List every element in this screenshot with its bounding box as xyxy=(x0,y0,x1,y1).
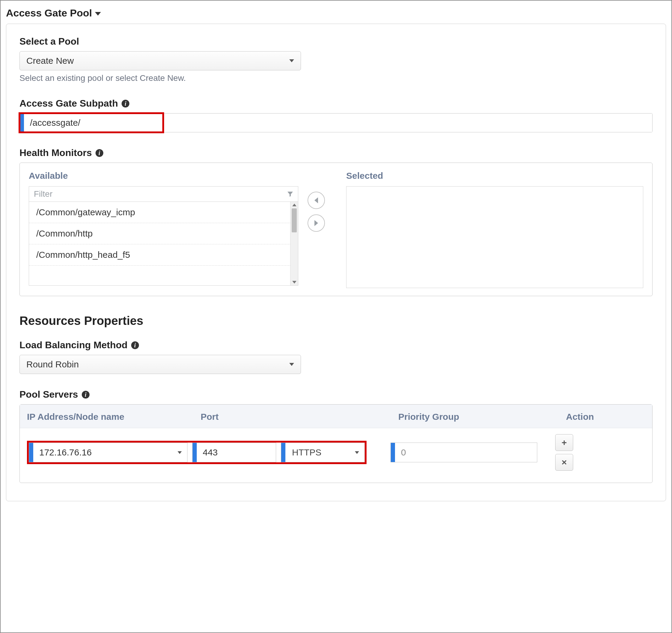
section-title: Access Gate Pool xyxy=(6,7,92,19)
filter-icon[interactable] xyxy=(287,190,294,198)
priority-input[interactable] xyxy=(395,443,537,462)
lb-method-dropdown[interactable]: Round Robin xyxy=(20,355,301,374)
th-port: Port xyxy=(201,412,398,422)
move-right-button[interactable] xyxy=(308,214,325,232)
triangle-left-icon xyxy=(314,197,318,203)
triangle-right-icon xyxy=(314,220,318,226)
table-row: HTTPS + × xyxy=(20,428,652,483)
th-priority: Priority Group xyxy=(398,412,566,422)
select-pool-label: Select a Pool xyxy=(20,36,652,47)
label-text: Health Monitors xyxy=(20,147,92,159)
label-text: Load Balancing Method xyxy=(20,340,127,351)
select-pool-dropdown[interactable]: Create New xyxy=(20,51,301,70)
pool-servers-label: Pool Servers i xyxy=(20,389,652,400)
scroll-down-icon xyxy=(292,281,296,284)
section-header[interactable]: Access Gate Pool xyxy=(6,7,666,19)
list-item[interactable]: /Common/http xyxy=(29,223,298,244)
chevron-down-icon[interactable] xyxy=(177,451,182,454)
list-item[interactable]: /Common/http_head_f5 xyxy=(29,244,298,266)
required-bar xyxy=(391,443,395,462)
label-text: Select a Pool xyxy=(20,36,79,47)
table-header-row: IP Address/Node name Port Priority Group… xyxy=(20,405,652,428)
pool-servers-table: IP Address/Node name Port Priority Group… xyxy=(20,404,652,483)
select-pool-helper: Select an existing pool or select Create… xyxy=(20,73,652,83)
scroll-up-icon xyxy=(292,203,296,206)
chevron-down-icon xyxy=(355,451,359,454)
chevron-down-icon xyxy=(289,59,294,62)
scrollbar[interactable] xyxy=(290,202,298,285)
lb-method-value: Round Robin xyxy=(26,359,79,369)
info-icon[interactable]: i xyxy=(131,341,139,349)
th-ip: IP Address/Node name xyxy=(27,412,201,422)
move-buttons xyxy=(298,192,334,232)
action-buttons: + × xyxy=(555,434,573,471)
move-left-button[interactable] xyxy=(308,192,325,209)
th-action: Action xyxy=(566,412,645,422)
config-panel: Access Gate Pool Select a Pool Create Ne… xyxy=(0,0,672,633)
panel-body: Select a Pool Create New Select an exist… xyxy=(6,24,666,501)
available-list: /Common/gateway_icmp /Common/http /Commo… xyxy=(29,202,298,286)
selected-list[interactable] xyxy=(346,186,643,288)
available-column: Available /Common/gateway_icmp /Common/h… xyxy=(29,171,298,286)
selected-column: Selected xyxy=(346,171,643,288)
remove-row-button[interactable]: × xyxy=(555,454,573,471)
chevron-down-icon xyxy=(289,363,294,366)
health-monitors-label: Health Monitors i xyxy=(20,147,652,159)
info-icon[interactable]: i xyxy=(122,100,129,107)
list-item[interactable]: /Common/gateway_icmp xyxy=(29,202,298,223)
required-bar xyxy=(20,114,24,132)
lb-method-label: Load Balancing Method i xyxy=(20,340,652,351)
filter-input[interactable] xyxy=(33,189,287,199)
available-title: Available xyxy=(29,171,298,181)
highlight-group: HTTPS xyxy=(27,441,366,464)
required-bar xyxy=(29,443,33,462)
caret-down-icon xyxy=(95,12,101,16)
info-icon[interactable]: i xyxy=(96,149,103,157)
protocol-value: HTTPS xyxy=(285,443,355,462)
ip-cell xyxy=(29,443,188,462)
subpath-input[interactable] xyxy=(24,114,652,132)
port-input[interactable] xyxy=(197,443,276,462)
subpath-input-wrap xyxy=(20,113,652,132)
info-icon[interactable]: i xyxy=(82,391,90,398)
required-bar xyxy=(193,443,197,462)
required-bar xyxy=(281,443,285,462)
resources-heading: Resources Properties xyxy=(20,314,652,327)
selected-title: Selected xyxy=(346,171,643,181)
priority-cell xyxy=(390,443,537,462)
label-text: Pool Servers xyxy=(20,389,78,400)
protocol-cell[interactable]: HTTPS xyxy=(281,443,365,462)
select-pool-value: Create New xyxy=(26,56,74,66)
port-cell xyxy=(192,443,276,462)
ip-input[interactable] xyxy=(33,443,177,462)
scroll-thumb[interactable] xyxy=(292,209,297,233)
filter-row xyxy=(29,186,298,202)
health-monitors-duallist: Available /Common/gateway_icmp /Common/h… xyxy=(20,163,652,296)
label-text: Access Gate Subpath xyxy=(20,98,118,109)
add-row-button[interactable]: + xyxy=(555,434,573,451)
subpath-label: Access Gate Subpath i xyxy=(20,98,652,109)
